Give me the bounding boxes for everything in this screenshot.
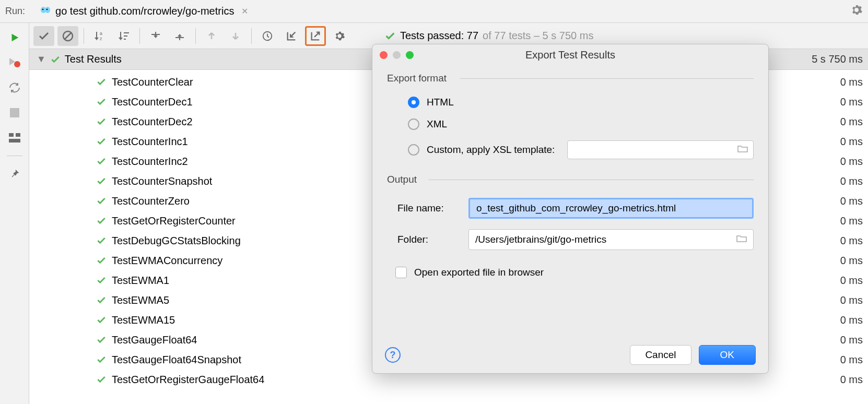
import-icon[interactable] <box>281 26 302 46</box>
svg-point-3 <box>46 9 48 10</box>
svg-rect-7 <box>16 133 20 137</box>
radio-html[interactable]: HTML <box>387 91 754 113</box>
go-icon <box>40 5 51 17</box>
test-duration: 0 ms <box>840 255 868 267</box>
history-icon[interactable] <box>257 26 278 46</box>
test-results-time: 5 s 750 ms <box>812 53 863 65</box>
svg-rect-6 <box>9 133 14 137</box>
filename-input[interactable]: o_test_github_com_rcrowley_go-metrics.ht… <box>468 198 754 219</box>
run-topbar: Run: go test github.com/rcrowley/go-metr… <box>0 0 868 23</box>
settings-icon[interactable] <box>850 4 863 19</box>
prev-failed-icon[interactable] <box>201 26 222 46</box>
svg-text:z: z <box>100 36 102 41</box>
test-duration: 0 ms <box>840 76 868 88</box>
export-icon[interactable] <box>305 26 326 46</box>
rerun-icon[interactable] <box>7 30 22 45</box>
check-icon <box>384 30 396 42</box>
ok-button[interactable]: OK <box>699 345 756 365</box>
checkbox[interactable] <box>395 267 407 278</box>
run-label: Run: <box>5 6 25 17</box>
check-icon <box>96 335 107 345</box>
next-failed-icon[interactable] <box>225 26 246 46</box>
filename-value: o_test_github_com_rcrowley_go-metrics.ht… <box>476 203 676 214</box>
test-duration: 0 ms <box>840 175 868 187</box>
test-duration: 0 ms <box>840 354 868 366</box>
test-duration: 0 ms <box>840 275 868 287</box>
rerun-failed-icon[interactable] <box>7 55 22 70</box>
svg-point-1 <box>45 7 50 13</box>
cancel-button[interactable]: Cancel <box>630 345 691 365</box>
section-export-format: Export format <box>387 73 754 84</box>
section-output: Output <box>387 174 754 185</box>
folder-icon[interactable] <box>737 144 748 156</box>
check-icon <box>96 116 107 127</box>
test-duration: 0 ms <box>840 314 868 326</box>
radio-custom[interactable]: Custom, apply XSL template: <box>387 135 754 164</box>
check-icon <box>96 315 107 325</box>
radio-icon[interactable] <box>408 118 419 130</box>
expand-all-icon[interactable] <box>145 26 166 46</box>
dialog-title: Export Test Results <box>372 49 768 61</box>
test-duration: 0 ms <box>840 374 868 386</box>
sort-alpha-icon[interactable]: az <box>89 26 110 46</box>
folder-label: Folder: <box>397 234 460 245</box>
test-duration: 0 ms <box>840 96 868 108</box>
xsl-template-input[interactable] <box>567 140 754 159</box>
dialog-titlebar: Export Test Results <box>372 44 768 65</box>
test-duration: 0 ms <box>840 215 868 227</box>
dialog-footer: ? Cancel OK <box>372 337 768 373</box>
check-icon <box>96 156 107 167</box>
layout-icon[interactable] <box>7 130 22 145</box>
check-icon <box>96 354 107 365</box>
run-config-tab[interactable]: go test github.com/rcrowley/go-metrics ✕ <box>34 3 253 19</box>
stop-icon[interactable] <box>7 105 22 120</box>
open-in-browser-row[interactable]: Open exported file in browser <box>387 255 754 278</box>
toggle-autotest-icon[interactable] <box>7 80 22 95</box>
svg-point-4 <box>14 61 20 67</box>
tests-total-duration: of 77 tests – 5 s 750 ms <box>483 30 593 42</box>
check-icon <box>96 275 107 286</box>
test-duration: 0 ms <box>840 235 868 247</box>
check-icon <box>96 77 107 87</box>
help-button[interactable]: ? <box>385 347 401 363</box>
run-gutter <box>0 23 29 404</box>
filename-label: File name: <box>397 203 460 214</box>
radio-custom-label: Custom, apply XSL template: <box>427 144 555 156</box>
check-icon <box>96 176 107 186</box>
close-tab-icon[interactable]: ✕ <box>241 6 248 16</box>
pin-icon[interactable] <box>7 167 22 181</box>
test-duration: 0 ms <box>840 334 868 346</box>
show-ignored-icon[interactable] <box>57 26 78 46</box>
collapse-all-icon[interactable] <box>169 26 190 46</box>
test-name: TestGetOrRegisterGaugeFloat64 <box>112 374 840 386</box>
export-dialog: Export Test Results Export format HTML X… <box>372 44 769 374</box>
svg-text:a: a <box>100 31 102 36</box>
test-duration: 0 ms <box>840 195 868 207</box>
test-duration: 0 ms <box>840 136 868 148</box>
check-icon <box>96 374 107 385</box>
show-passed-icon[interactable] <box>33 26 54 46</box>
radio-html-label: HTML <box>427 97 454 108</box>
check-icon <box>96 196 107 206</box>
check-icon <box>96 255 107 266</box>
sort-duration-icon[interactable] <box>113 26 134 46</box>
radio-xml-label: XML <box>427 118 447 130</box>
svg-point-2 <box>42 9 44 10</box>
radio-icon[interactable] <box>408 144 419 156</box>
check-icon <box>96 216 107 226</box>
test-settings-icon[interactable] <box>329 26 350 46</box>
folder-input[interactable]: /Users/jetbrains/git/go-metrics <box>468 229 754 250</box>
radio-icon[interactable] <box>408 97 419 108</box>
test-duration: 0 ms <box>840 294 868 306</box>
tests-passed-count: Tests passed: 77 <box>400 30 478 42</box>
chevron-down-icon[interactable]: ▼ <box>37 54 46 65</box>
test-duration: 0 ms <box>840 116 868 128</box>
folder-icon[interactable] <box>736 234 747 245</box>
check-icon <box>96 136 107 147</box>
run-config-title: go test github.com/rcrowley/go-metrics <box>55 5 234 17</box>
svg-rect-8 <box>9 139 20 142</box>
svg-rect-5 <box>10 108 19 117</box>
check-icon <box>50 54 61 65</box>
radio-xml[interactable]: XML <box>387 113 754 135</box>
tests-status: Tests passed: 77 of 77 tests – 5 s 750 m… <box>384 30 593 42</box>
